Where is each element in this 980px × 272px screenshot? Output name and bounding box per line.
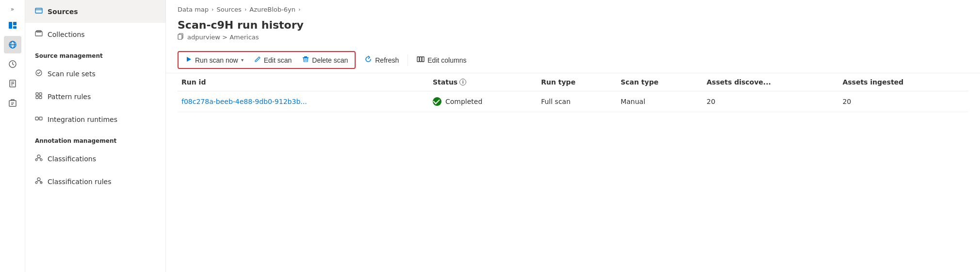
toolbar: Run scan now ▾ Edit scan Delete scan Ref… bbox=[166, 47, 980, 73]
cell-scan-type: Manual bbox=[617, 91, 702, 112]
toolbar-separator bbox=[408, 54, 408, 66]
svg-rect-24 bbox=[39, 117, 42, 120]
cell-assets-ingested: 20 bbox=[839, 91, 968, 112]
sidebar-classifications-label: Classifications bbox=[48, 155, 96, 163]
refresh-label: Refresh bbox=[375, 56, 399, 64]
svg-rect-1 bbox=[13, 22, 16, 25]
col-status: Status i bbox=[429, 73, 537, 91]
svg-rect-23 bbox=[35, 117, 38, 120]
table-row: f08c278a-beeb-4e88-9db0-912b3b... Comple… bbox=[178, 91, 968, 112]
status-info-icon[interactable]: i bbox=[459, 79, 466, 85]
cell-assets-discovered: 20 bbox=[702, 91, 838, 112]
svg-rect-20 bbox=[39, 93, 42, 95]
svg-point-32 bbox=[35, 182, 37, 184]
svg-rect-41 bbox=[304, 56, 307, 57]
svg-rect-11 bbox=[9, 101, 16, 106]
copy-icon bbox=[178, 33, 184, 41]
annotation-management-header: Annotation management bbox=[25, 131, 165, 147]
sidebar-item-integration-runtimes[interactable]: Integration runtimes bbox=[25, 108, 165, 131]
svg-rect-21 bbox=[36, 96, 38, 99]
cell-status: Completed bbox=[429, 91, 537, 112]
page-header: Scan-c9H run history adpurview > America… bbox=[166, 15, 980, 47]
breadcrumb-sep-3: › bbox=[298, 6, 300, 13]
run-history-table: Run id Status i Run type Scan type Asset… bbox=[178, 73, 968, 112]
sidebar-item-sources[interactable]: Sources bbox=[25, 0, 165, 23]
sidebar-item-collections[interactable]: Collections bbox=[25, 23, 165, 46]
edit-scan-button[interactable]: Edit scan bbox=[249, 53, 297, 67]
svg-rect-19 bbox=[36, 93, 38, 95]
col-run-id: Run id bbox=[178, 73, 429, 91]
breadcrumb-sources[interactable]: Sources bbox=[216, 6, 241, 13]
svg-rect-2 bbox=[13, 26, 16, 29]
sidebar-classification-rules-label: Classification rules bbox=[48, 178, 112, 186]
main-content: Data map › Sources › AzureBlob-6yn › Sca… bbox=[166, 0, 980, 272]
refresh-icon bbox=[364, 55, 372, 65]
page-subtitle-text: adpurview > Americas bbox=[187, 34, 259, 41]
edit-columns-icon bbox=[417, 55, 425, 65]
breadcrumb-data-map[interactable]: Data map bbox=[178, 6, 209, 13]
pattern-rules-icon bbox=[35, 92, 43, 101]
sidebar-item-classification-rules[interactable]: Classification rules bbox=[25, 170, 165, 193]
status-completed-icon bbox=[433, 97, 441, 106]
collapse-rail-button[interactable]: » bbox=[9, 4, 16, 15]
edit-scan-label: Edit scan bbox=[264, 56, 292, 64]
sidebar-item-scan-rule-sets[interactable]: Scan rule sets bbox=[25, 62, 165, 85]
sidebar-item-collections-label: Collections bbox=[48, 31, 85, 38]
run-scan-label: Run scan now bbox=[195, 56, 238, 64]
edit-scan-icon bbox=[254, 56, 261, 64]
svg-point-31 bbox=[37, 178, 40, 181]
run-scan-chevron-icon: ▾ bbox=[241, 57, 244, 63]
svg-marker-39 bbox=[187, 57, 191, 62]
source-management-header: Source management bbox=[25, 46, 165, 62]
data-tools-icon[interactable] bbox=[4, 94, 21, 112]
sidebar-item-pattern-rules[interactable]: Pattern rules bbox=[25, 85, 165, 108]
classifications-icon bbox=[35, 154, 43, 163]
svg-line-34 bbox=[36, 181, 39, 182]
sidebar: Sources Collections Source management Sc… bbox=[25, 0, 166, 272]
col-assets-discovered: Assets discove... bbox=[702, 73, 838, 91]
svg-line-30 bbox=[39, 158, 41, 159]
data-map-icon[interactable] bbox=[4, 36, 21, 53]
sidebar-pattern-rules-label: Pattern rules bbox=[48, 93, 91, 101]
classification-rules-icon bbox=[35, 177, 43, 186]
delete-scan-label: Delete scan bbox=[312, 56, 348, 64]
data-policy-icon[interactable] bbox=[4, 75, 21, 92]
svg-point-26 bbox=[37, 155, 40, 158]
status-label: Completed bbox=[445, 98, 482, 105]
scan-rule-sets-icon bbox=[35, 69, 43, 78]
breadcrumb: Data map › Sources › AzureBlob-6yn › bbox=[166, 0, 980, 15]
svg-rect-38 bbox=[178, 34, 182, 39]
cell-run-type: Full scan bbox=[537, 91, 617, 112]
col-run-type: Run type bbox=[537, 73, 617, 91]
delete-scan-button[interactable]: Delete scan bbox=[297, 53, 353, 67]
edit-columns-label: Edit columns bbox=[427, 56, 466, 64]
collections-icon bbox=[35, 30, 43, 39]
icon-rail: » bbox=[0, 0, 25, 272]
svg-rect-14 bbox=[35, 8, 42, 13]
cell-run-id[interactable]: f08c278a-beeb-4e88-9db0-912b3b... bbox=[178, 91, 429, 112]
svg-line-35 bbox=[39, 181, 41, 182]
svg-rect-45 bbox=[417, 57, 419, 62]
breadcrumb-azureblob[interactable]: AzureBlob-6yn bbox=[249, 6, 295, 13]
sidebar-integration-runtimes-label: Integration runtimes bbox=[48, 116, 117, 123]
page-subtitle: adpurview > Americas bbox=[178, 33, 968, 41]
svg-rect-22 bbox=[39, 96, 42, 99]
integration-runtimes-icon bbox=[35, 115, 43, 124]
svg-line-29 bbox=[36, 158, 39, 159]
breadcrumb-sep-1: › bbox=[212, 6, 213, 13]
data-insights-icon[interactable] bbox=[4, 55, 21, 73]
sidebar-scan-rule-sets-label: Scan rule sets bbox=[48, 70, 96, 78]
sidebar-item-sources-label: Sources bbox=[48, 8, 78, 16]
run-scan-icon bbox=[185, 56, 192, 64]
data-catalog-icon[interactable] bbox=[4, 17, 21, 34]
edit-columns-button[interactable]: Edit columns bbox=[412, 52, 471, 68]
col-scan-type: Scan type bbox=[617, 73, 702, 91]
sources-icon bbox=[35, 7, 43, 16]
sidebar-item-classifications[interactable]: Classifications bbox=[25, 147, 165, 170]
refresh-button[interactable]: Refresh bbox=[359, 52, 404, 68]
svg-rect-40 bbox=[303, 57, 309, 58]
svg-point-18 bbox=[36, 70, 42, 76]
svg-point-28 bbox=[40, 159, 42, 161]
run-scan-button[interactable]: Run scan now ▾ bbox=[180, 53, 248, 67]
table-container: Run id Status i Run type Scan type Asset… bbox=[166, 73, 980, 272]
